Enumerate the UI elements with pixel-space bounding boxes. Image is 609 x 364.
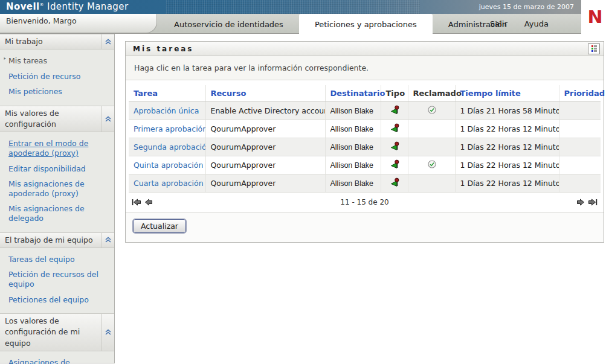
collapse-chevron-icon[interactable] xyxy=(102,233,114,247)
column-header-destinatario[interactable]: Destinatario xyxy=(325,85,381,102)
tab-peticiones-aprobaciones[interactable]: Peticiones y aprobaciones xyxy=(299,14,433,34)
task-link[interactable]: Primera aprobación xyxy=(134,124,205,133)
sidebar-item-modo-apoderado[interactable]: Entrar en el modo de apoderado (proxy) xyxy=(0,136,114,161)
task-link[interactable]: Aprobación única xyxy=(134,106,199,115)
sidebar-section-valores-equipo: Los valores de configuración de mi equip… xyxy=(0,313,114,364)
table-header-row: Tarea Recurso Destinatario Tipo Reclamad… xyxy=(129,85,601,102)
panel-titlebar: Mis tareas xyxy=(126,42,604,56)
table-row: Quinta aprobación QourumApprover Allison… xyxy=(129,156,601,174)
sidebar-item-peticion-recursos-equipo[interactable]: Petición de recursos del equipo xyxy=(0,267,114,292)
table-row: Segunda aprobación QourumApprover Alliso… xyxy=(129,138,601,156)
time-limit-cell: 1 Días 22 Horas 12 Minutos xyxy=(455,156,559,174)
column-header-tiempo-limite[interactable]: Tiempo límite xyxy=(455,85,559,102)
top-header-bar: Novell® Identity Manager jueves 15 de ma… xyxy=(0,0,609,14)
section-header-mis-valores[interactable]: Mis valores de configuración xyxy=(0,106,114,132)
refresh-button[interactable]: Actualizar xyxy=(133,219,186,233)
user-task-type-icon xyxy=(390,107,399,117)
sidebar-item-peticiones-del-equipo[interactable]: Peticiones del equipo xyxy=(0,292,114,308)
sidebar-section-mi-trabajo: Mi trabajo Mis tareas Petición de recurs… xyxy=(0,34,114,106)
help-link[interactable]: Ayuda xyxy=(524,19,549,28)
section-header-mi-trabajo[interactable]: Mi trabajo xyxy=(0,34,114,49)
sidebar-item-mis-tareas[interactable]: Mis tareas xyxy=(0,53,114,69)
pagination: 11 - 15 de 20 xyxy=(126,193,604,212)
time-limit-cell: 1 Días 22 Horas 12 Minutos xyxy=(455,120,559,138)
user-task-type-icon xyxy=(390,144,399,153)
customize-columns-icon[interactable] xyxy=(588,43,600,54)
table-row: Cuarta aprobación QourumApprover Allison… xyxy=(129,174,601,193)
resource-cell: Enable Active Directory account xyxy=(205,102,325,120)
novell-n-icon: N xyxy=(587,7,602,27)
task-link[interactable]: Quinta aprobación xyxy=(134,161,203,170)
recipient-cell: Allison Blake xyxy=(325,120,381,138)
user-task-type-icon xyxy=(390,162,399,171)
previous-page-icon[interactable] xyxy=(144,199,153,206)
brand-name: Novell xyxy=(6,1,40,12)
novell-logo: N xyxy=(581,0,609,34)
recipient-cell: Allison Blake xyxy=(325,174,381,193)
user-task-type-icon xyxy=(390,126,399,135)
column-header-prioridad[interactable]: Prioridad xyxy=(559,85,601,102)
sidebar-item-tareas-del-equipo[interactable]: Tareas del equipo xyxy=(0,252,114,267)
sidebar-item-asignaciones-delegado[interactable]: Mis asignaciones de delegado xyxy=(0,201,114,226)
sidebar-section-trabajo-equipo: El trabajo de mi equipo Tareas del equip… xyxy=(0,232,114,314)
next-page-icon[interactable] xyxy=(576,199,585,206)
sidebar-section-mis-valores: Mis valores de configuración Entrar en e… xyxy=(0,106,114,232)
tab-autoservicio[interactable]: Autoservicio de identidades xyxy=(158,14,299,34)
table-row: Primera aprobación QourumApprover Alliso… xyxy=(129,120,601,138)
tab-strip: Bienvenido, Margo Autoservicio de identi… xyxy=(0,14,609,34)
collapse-chevron-icon[interactable] xyxy=(102,314,114,350)
column-header-reclamado: Reclamado xyxy=(408,85,455,102)
priority-cell xyxy=(559,138,601,156)
section-title: Mis valores de configuración xyxy=(0,106,102,132)
recipient-cell: Allison Blake xyxy=(325,102,381,120)
welcome-message: Bienvenido, Margo xyxy=(0,14,157,33)
header-links: Salir Ayuda xyxy=(490,14,549,34)
current-date: jueves 15 de marzo de 2007 xyxy=(479,3,574,11)
priority-cell xyxy=(559,174,601,193)
section-header-valores-equipo[interactable]: Los valores de configuración de mi equip… xyxy=(0,313,114,351)
pagination-range: 11 - 15 de 20 xyxy=(204,198,525,206)
last-page-icon[interactable] xyxy=(588,199,598,206)
section-title: Los valores de configuración de mi equip… xyxy=(0,314,102,350)
column-header-tarea[interactable]: Tarea xyxy=(129,85,205,102)
user-task-type-icon xyxy=(390,180,399,189)
app-title: Novell® Identity Manager xyxy=(6,1,128,12)
mis-tareas-panel: Mis tareas Haga clic en la tarea para ve… xyxy=(125,41,604,243)
logout-link[interactable]: Salir xyxy=(490,19,507,28)
main-content: Mis tareas Haga clic en la tarea para ve… xyxy=(115,34,609,364)
task-link[interactable]: Cuarta aprobación xyxy=(134,179,204,188)
sidebar-item-asignaciones-apoderado-equipo[interactable]: Asignaciones de apoderado (proxy) del eq… xyxy=(0,355,114,364)
tasks-table: Tarea Recurso Destinatario Tipo Reclamad… xyxy=(129,85,601,193)
collapse-chevron-icon[interactable] xyxy=(102,34,114,49)
priority-cell xyxy=(559,156,601,174)
section-header-trabajo-equipo[interactable]: El trabajo de mi equipo xyxy=(0,232,114,248)
product-name: Identity Manager xyxy=(44,1,129,12)
recipient-cell: Allison Blake xyxy=(325,138,381,156)
section-title: El trabajo de mi equipo xyxy=(0,233,102,247)
section-title: Mi trabajo xyxy=(0,34,102,49)
time-limit-cell: 1 Días 22 Horas 12 Minutos xyxy=(455,138,559,156)
column-header-recurso[interactable]: Recurso xyxy=(205,85,325,102)
claimed-check-icon xyxy=(428,107,436,116)
sidebar-item-peticion-de-recurso[interactable]: Petición de recurso xyxy=(0,69,114,85)
panel-title: Mis tareas xyxy=(133,45,194,53)
claimed-check-icon xyxy=(428,161,436,170)
sidebar: Mi trabajo Mis tareas Petición de recurs… xyxy=(0,34,115,363)
first-page-icon[interactable] xyxy=(132,199,141,206)
time-limit-cell: 1 Días 21 Horas 58 Minutos xyxy=(455,102,559,120)
sidebar-item-editar-disponibilidad[interactable]: Editar disponibilidad xyxy=(0,161,114,177)
priority-cell xyxy=(559,120,601,138)
recipient-cell: Allison Blake xyxy=(325,156,381,174)
sidebar-item-asignaciones-apoderado[interactable]: Mis asignaciones de apoderado (proxy) xyxy=(0,176,114,201)
registered-mark: ® xyxy=(40,2,44,7)
task-link[interactable]: Segunda aprobación xyxy=(134,142,205,152)
sidebar-item-mis-peticiones[interactable]: Mis peticiones xyxy=(0,84,114,100)
instruction-text: Haga clic en la tarea para ver la inform… xyxy=(126,56,604,80)
collapse-chevron-icon[interactable] xyxy=(102,106,114,132)
resource-cell: QourumApprover xyxy=(205,174,325,193)
resource-cell: QourumApprover xyxy=(205,138,325,156)
panel-footer: Actualizar xyxy=(126,212,604,242)
resource-cell: QourumApprover xyxy=(205,156,325,174)
priority-cell xyxy=(559,102,601,120)
header-texture xyxy=(166,0,420,14)
